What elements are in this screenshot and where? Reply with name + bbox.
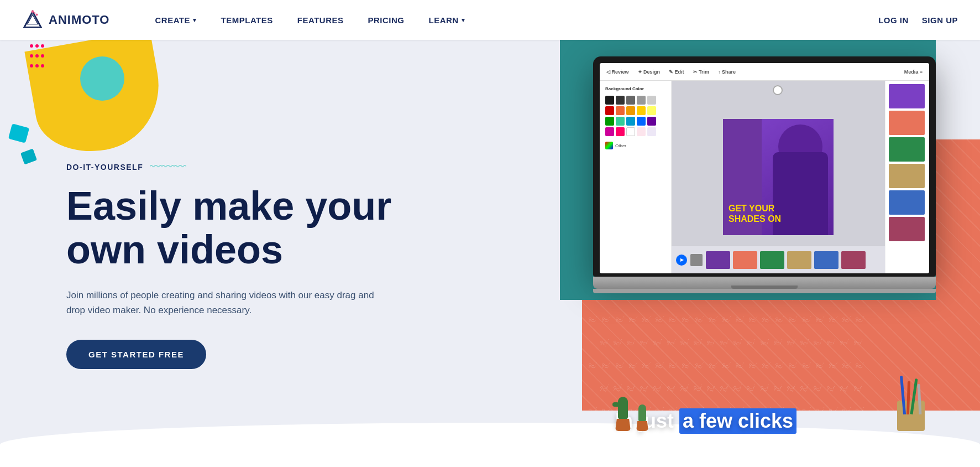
app-slide: GET YOURSHADES ON (723, 119, 834, 235)
play-button[interactable]: ▶ (676, 255, 687, 266)
nav-learn[interactable]: LEARN ▾ (417, 0, 478, 40)
swatch[interactable] (616, 117, 625, 126)
swatch[interactable] (626, 96, 635, 105)
toolbar-edit: ✎ Edit (669, 69, 684, 75)
svg-point-2 (32, 10, 34, 13)
timeline-thumb[interactable] (841, 251, 866, 269)
thumbnail-preview (690, 254, 703, 266)
app-color-panel: Background Color (600, 81, 672, 273)
swatch[interactable] (605, 106, 614, 115)
swatch[interactable] (637, 117, 646, 126)
learn-dropdown-icon: ▾ (462, 17, 465, 24)
timeline-thumb[interactable] (733, 251, 757, 269)
hero-tag-text: DO-IT-YOURSELF (66, 163, 143, 172)
logo[interactable]: ANIMOTO (22, 9, 109, 30)
swatch[interactable] (647, 127, 656, 136)
create-dropdown-icon: ▾ (193, 17, 197, 24)
pencil-cup (897, 401, 925, 431)
nav-links: CREATE ▾ TEMPLATES FEATURES PRICING LEAR… (143, 0, 878, 40)
swatch[interactable] (605, 127, 614, 136)
media-thumb[interactable] (889, 84, 925, 108)
flower-pot (615, 419, 631, 431)
wavy-decoration: 〰〰〰 (150, 160, 186, 174)
laptop-mockup: ◁ Review ✦ Design ✎ Edit ✂ Trim ↑ Share (593, 56, 936, 293)
swatch[interactable] (616, 96, 625, 105)
swatch[interactable] (616, 127, 625, 136)
small-pot (636, 421, 648, 431)
media-thumb[interactable] (889, 137, 925, 162)
svg-text:𐃺 𐃺 𐃺 𐃺 𐃺 𐃺 𐃺 𐃺 𐃺 𐃺 : 𐃺 𐃺 𐃺 𐃺 𐃺 𐃺 𐃺 𐃺 𐃺 𐃺 𐃺 𐃺 𐃺 𐃺 𐃺 𐃺 𐃺 𐃺 𐃺 𐃺 (599, 337, 863, 349)
svg-text:𐃺 𐃺 𐃺 𐃺 𐃺 𐃺 𐃺 𐃺 𐃺 𐃺 : 𐃺 𐃺 𐃺 𐃺 𐃺 𐃺 𐃺 𐃺 𐃺 𐃺 𐃺 𐃺 𐃺 𐃺 𐃺 𐃺 𐃺 𐃺 𐃺 𐃺 … (588, 314, 865, 325)
swatch[interactable] (616, 106, 625, 115)
laptop-base (593, 277, 936, 289)
app-toolbar: ◁ Review ✦ Design ✎ Edit ✂ Trim ↑ Share (600, 63, 929, 81)
app-playback-bar: ▶ (672, 246, 885, 273)
timeline-thumb[interactable] (787, 251, 811, 269)
swatch[interactable] (626, 127, 635, 136)
toolbar-review: ◁ Review (606, 69, 629, 75)
get-started-button[interactable]: GET STARTED FREE (66, 340, 206, 369)
media-thumb[interactable] (889, 190, 925, 215)
hero-content-left: DO-IT-YOURSELF 〰〰〰 Easily make your own … (0, 138, 391, 369)
swatch[interactable] (647, 96, 656, 105)
swatch[interactable] (626, 117, 635, 126)
svg-text:𐃺 𐃺 𐃺 𐃺 𐃺 𐃺 𐃺 𐃺 𐃺 𐃺 : 𐃺 𐃺 𐃺 𐃺 𐃺 𐃺 𐃺 𐃺 𐃺 𐃺 𐃺 𐃺 𐃺 𐃺 𐃺 𐃺 𐃺 𐃺 𐃺 𐃺 … (588, 360, 865, 371)
swatch[interactable] (637, 127, 646, 136)
app-main: Background Color (600, 81, 929, 273)
laptop-stand (593, 289, 936, 293)
hero-section: DO-IT-YOURSELF 〰〰〰 Easily make your own … (0, 40, 980, 467)
swatch[interactable] (637, 106, 646, 115)
cactus-pot-group-2 (636, 404, 648, 431)
media-thumb[interactable] (889, 217, 925, 241)
teal-circle-decoration (80, 56, 124, 101)
brand-name: ANIMOTO (49, 13, 109, 27)
toolbar-trim: ✂ Trim (693, 69, 710, 75)
nav-pricing[interactable]: PRICING (356, 0, 417, 40)
caption-highlight: a few clicks (679, 408, 796, 434)
swatch[interactable] (605, 117, 614, 126)
laptop-screen-inner: ◁ Review ✦ Design ✎ Edit ✂ Trim ↑ Share (600, 63, 929, 273)
swatch[interactable] (647, 117, 656, 126)
laptop-screen-outer: ◁ Review ✦ Design ✎ Edit ✂ Trim ↑ Share (593, 56, 936, 277)
media-thumb[interactable] (889, 164, 925, 188)
timeline-thumb[interactable] (760, 251, 784, 269)
svg-text:𐃺 𐃺 𐃺 𐃺 𐃺 𐃺 𐃺 𐃺 𐃺 𐃺 : 𐃺 𐃺 𐃺 𐃺 𐃺 𐃺 𐃺 𐃺 𐃺 𐃺 𐃺 𐃺 𐃺 𐃺 𐃺 𐃺 𐃺 𐃺 𐃺 𐃺 (599, 382, 863, 394)
signup-link[interactable]: SIGN UP (922, 15, 958, 25)
hero-mockup-area: 𐃺 𐃺 𐃺 𐃺 𐃺 𐃺 𐃺 𐃺 𐃺 𐃺 𐃺 𐃺 𐃺 𐃺 𐃺 𐃺 𐃺 𐃺 𐃺 𐃺 … (560, 40, 980, 467)
swatch[interactable] (626, 106, 635, 115)
slide-caption: GET YOURSHADES ON (729, 203, 781, 224)
swatch[interactable] (647, 106, 656, 115)
pink-dots-decoration (29, 41, 45, 71)
hero-tag-row: DO-IT-YOURSELF 〰〰〰 (66, 160, 391, 174)
cactus-decoration (615, 397, 648, 431)
timeline-thumb[interactable] (814, 251, 838, 269)
nav-features[interactable]: FEATURES (285, 0, 356, 40)
custom-color-option: Other (605, 142, 665, 149)
hero-title: Easily make your own videos (66, 184, 391, 272)
swatch[interactable] (637, 96, 646, 105)
app-canvas: GET YOURSHADES ON ▶ (672, 81, 885, 273)
toolbar-share: ↑ Share (718, 69, 736, 75)
pencil-2 (906, 381, 910, 414)
nav-create[interactable]: CREATE ▾ (143, 0, 208, 40)
toolbar-more: Media ≡ (904, 69, 923, 75)
animoto-logo-icon (22, 9, 43, 30)
timeline-thumb[interactable] (706, 251, 730, 269)
small-cactus (638, 404, 646, 421)
pencil-holder-decoration (897, 401, 925, 431)
nav-auth-section: LOG IN SIGN UP (878, 15, 958, 25)
background-color-label: Background Color (605, 86, 665, 91)
app-media-sidebar (885, 81, 929, 273)
timeline-strip (706, 251, 866, 269)
hero-subtitle: Join millions of people creating and sha… (66, 288, 387, 318)
navigation: ANIMOTO CREATE ▾ TEMPLATES FEATURES PRIC… (0, 0, 980, 40)
color-swatches (605, 96, 665, 136)
swatch[interactable] (605, 96, 614, 105)
cactus-pot-group (615, 397, 631, 431)
nav-templates[interactable]: TEMPLATES (209, 0, 285, 40)
resize-handle (773, 85, 783, 95)
media-thumb[interactable] (889, 111, 925, 135)
svg-point-3 (36, 14, 38, 16)
toolbar-design: ✦ Design (638, 69, 661, 75)
login-link[interactable]: LOG IN (878, 15, 909, 25)
